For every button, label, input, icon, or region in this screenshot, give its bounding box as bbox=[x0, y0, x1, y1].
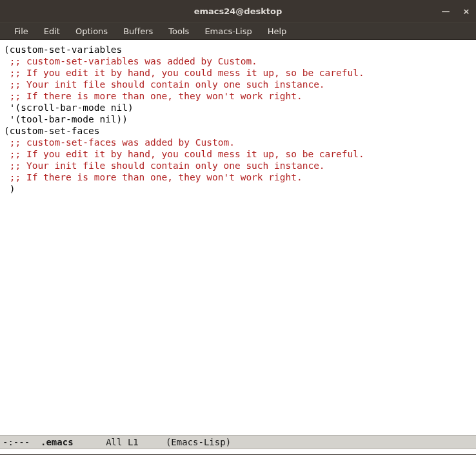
code-line: ) bbox=[4, 183, 473, 195]
menu-edit[interactable]: Edit bbox=[36, 23, 68, 39]
code-line: (custom-set-faces bbox=[4, 125, 473, 137]
menu-options[interactable]: Options bbox=[68, 23, 115, 39]
code-line: ;; If there is more than one, they won't… bbox=[4, 90, 473, 102]
modeline-mode: (Emacs-Lisp) bbox=[166, 437, 231, 447]
modeline-status: -:--- bbox=[3, 437, 30, 447]
menu-buffers[interactable]: Buffers bbox=[115, 23, 161, 39]
code-line: (custom-set-variables bbox=[4, 44, 473, 55]
code-line: '(tool-bar-mode nil)) bbox=[4, 113, 473, 125]
close-icon[interactable]: × bbox=[462, 6, 471, 15]
code-line: ;; Your init file should contain only on… bbox=[4, 160, 473, 171]
menu-bar: File Edit Options Buffers Tools Emacs-Li… bbox=[0, 22, 476, 40]
code-line: ;; If you edit it by hand, you could mes… bbox=[4, 67, 473, 79]
menu-emacs-lisp[interactable]: Emacs-Lisp bbox=[197, 23, 259, 39]
modeline-position: All bbox=[106, 437, 122, 447]
minimize-icon[interactable]: — bbox=[441, 6, 450, 15]
code-line: ;; If there is more than one, they won't… bbox=[4, 171, 473, 183]
code-line: ;; If you edit it by hand, you could mes… bbox=[4, 148, 473, 160]
modeline-buffer-name: .emacs bbox=[41, 437, 74, 447]
window-title: emacs24@desktop bbox=[194, 6, 283, 16]
code-line: '(scroll-bar-mode nil) bbox=[4, 102, 473, 113]
code-line: ;; custom-set-variables was added by Cus… bbox=[4, 55, 473, 67]
code-line: ;; Your init file should contain only on… bbox=[4, 79, 473, 90]
menu-file[interactable]: File bbox=[6, 23, 36, 39]
minibuffer[interactable] bbox=[0, 449, 476, 454]
window-controls: — × bbox=[441, 6, 471, 15]
mode-line: -:--- .emacs All L1 (Emacs-Lisp) bbox=[0, 435, 476, 449]
menu-tools[interactable]: Tools bbox=[161, 23, 197, 39]
window-titlebar: emacs24@desktop — × bbox=[0, 0, 476, 22]
editor-area[interactable]: (custom-set-variables ;; custom-set-vari… bbox=[0, 40, 476, 435]
modeline-line: L1 bbox=[128, 437, 139, 447]
code-line: ;; custom-set-faces was added by Custom. bbox=[4, 137, 473, 148]
menu-help[interactable]: Help bbox=[260, 23, 295, 39]
